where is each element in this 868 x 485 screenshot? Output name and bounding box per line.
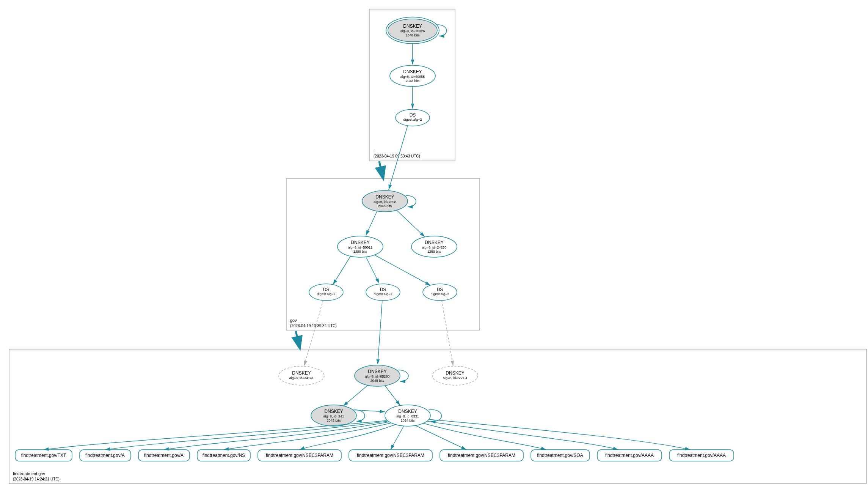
rrset-1: findtreatment.gov/A (80, 450, 131, 461)
edge (391, 426, 404, 450)
zone-ft-timestamp: (2023-04-19 14:24:21 UTC) (13, 477, 60, 481)
svg-text:alg=8, id=34141: alg=8, id=34141 (289, 376, 314, 380)
svg-text:findtreatment.gov/A: findtreatment.gov/A (144, 453, 184, 458)
edge (164, 422, 389, 450)
svg-text:DNSKEY: DNSKEY (398, 409, 417, 414)
zone-root-timestamp: (2023-04-19 09:50:43 UTC) (374, 154, 420, 158)
svg-text:alg=8, id=7698: alg=8, id=7698 (374, 200, 396, 204)
svg-text:DNSKEY: DNSKEY (368, 369, 386, 374)
edge (378, 301, 382, 364)
svg-text:DS: DS (437, 287, 443, 292)
svg-text:findtreatment.gov/NSEC3PARAM: findtreatment.gov/NSEC3PARAM (266, 453, 333, 458)
node-gov-ds2: DS digest alg=2 (366, 284, 400, 301)
svg-text:alg=8, id=241: alg=8, id=241 (323, 414, 344, 418)
rrset-2: findtreatment.gov/A (138, 450, 190, 461)
svg-point-33 (279, 366, 324, 385)
svg-text:1280 bits: 1280 bits (353, 250, 367, 254)
svg-text:alg=8, id=55804: alg=8, id=55804 (443, 376, 468, 380)
svg-text:DNSKEY: DNSKEY (446, 370, 464, 376)
edge (396, 210, 425, 237)
node-gov-ds3: DS digest alg=2 (423, 284, 457, 301)
svg-text:digest alg=2: digest alg=2 (317, 292, 336, 296)
dnssec-graph: . (2023-04-19 09:50:43 UTC) DNSKEY alg=8… (4, 4, 868, 485)
edge (366, 211, 377, 235)
svg-text:alg=8, id=24250: alg=8, id=24250 (422, 246, 447, 249)
zone-gov-name: gov (290, 318, 297, 323)
svg-text:DNSKEY: DNSKEY (403, 24, 422, 29)
svg-text:digest alg=2: digest alg=2 (403, 118, 422, 121)
node-gov-zsk1: DNSKEY alg=8, id=50011 1280 bits (337, 236, 383, 257)
svg-text:2048 bits: 2048 bits (406, 79, 420, 83)
svg-point-40 (432, 366, 478, 385)
rrset-8: findtreatment.gov/AAAA (597, 450, 662, 461)
rrset-3: findtreatment.gov/NS (197, 450, 250, 461)
svg-text:1280 bits: 1280 bits (427, 250, 441, 254)
svg-text:findtreatment.gov/NS: findtreatment.gov/NS (202, 453, 245, 458)
zone-root-name: . (374, 148, 375, 153)
rrset-6: findtreatment.gov/NSEC3PARAM (440, 450, 523, 461)
svg-text:alg=8, id=60955: alg=8, id=60955 (400, 75, 425, 79)
edge (343, 385, 368, 406)
svg-text:DNSKEY: DNSKEY (292, 370, 311, 376)
node-ft-ksk: DNSKEY alg=8, id=65260 2048 bits (355, 365, 400, 386)
rrset-5: findtreatment.gov/NSEC3PARAM (349, 450, 432, 461)
edge (333, 256, 351, 285)
svg-text:findtreatment.gov/AAAA: findtreatment.gov/AAAA (677, 453, 726, 458)
node-gov-zsk2: DNSKEY alg=8, id=24250 1280 bits (411, 236, 457, 257)
edge (224, 423, 391, 450)
svg-text:DNSKEY: DNSKEY (324, 409, 343, 414)
node-ft-dash1: DNSKEY alg=8, id=34141 (279, 366, 324, 385)
node-gov-ksk: DNSKEY alg=8, id=7698 2048 bits (362, 191, 408, 212)
svg-text:2048 bits: 2048 bits (370, 379, 385, 383)
rrset-0: findtreatment.gov/TXT (15, 450, 72, 461)
svg-text:findtreatment.gov/TXT: findtreatment.gov/TXT (21, 453, 66, 458)
zone-gov-timestamp: (2023-04-19 13:39:34 UTC) (290, 324, 337, 328)
svg-text:alg=8, id=50011: alg=8, id=50011 (348, 246, 373, 249)
svg-text:alg=8, id=8331: alg=8, id=8331 (396, 414, 419, 418)
svg-text:DNSKEY: DNSKEY (375, 194, 394, 200)
svg-text:2048 bits: 2048 bits (378, 204, 392, 208)
edge (105, 421, 388, 450)
svg-text:findtreatment.gov/NSEC3PARAM: findtreatment.gov/NSEC3PARAM (357, 453, 424, 458)
svg-text:digest alg=2: digest alg=2 (374, 292, 392, 296)
delegation-arrow (379, 161, 383, 178)
svg-text:1024 bits: 1024 bits (401, 419, 415, 422)
svg-text:alg=8, id=20326: alg=8, id=20326 (400, 29, 425, 33)
svg-text:DS: DS (323, 287, 330, 292)
svg-text:2048 bits: 2048 bits (406, 33, 420, 37)
svg-text:DS: DS (410, 112, 416, 118)
svg-text:findtreatment.gov/AAAA: findtreatment.gov/AAAA (605, 453, 654, 458)
edge-dashed (442, 301, 453, 366)
node-ft-dash2: DNSKEY alg=8, id=55804 (432, 366, 478, 385)
edge (429, 419, 690, 450)
zone-ft-name: findtreatment.gov (13, 471, 45, 476)
edge (366, 257, 379, 283)
node-ft-zsk: DNSKEY alg=8, id=8331 1024 bits (385, 405, 430, 426)
rrset-9: findtreatment.gov/AAAA (669, 450, 734, 461)
delegation-arrow (296, 331, 300, 347)
node-root-ksk: DNSKEY alg=8, id=20326 2048 bits (386, 17, 439, 44)
svg-text:findtreatment.gov/A: findtreatment.gov/A (85, 453, 125, 458)
edge (300, 424, 396, 450)
node-root-zsk: DNSKEY alg=8, id=60955 2048 bits (390, 65, 435, 87)
svg-text:DS: DS (380, 287, 386, 292)
self-loop (437, 25, 447, 36)
svg-text:DNSKEY: DNSKEY (351, 240, 369, 245)
node-ft-key2: DNSKEY alg=8, id=241 2048 bits (311, 405, 356, 426)
node-gov-ds1: DS digest alg=2 (309, 284, 343, 301)
edge-dashed (304, 301, 323, 366)
edge (375, 255, 430, 285)
rrset-4: findtreatment.gov/NSEC3PARAM (258, 450, 341, 461)
edge (415, 425, 466, 450)
svg-text:DNSKEY: DNSKEY (425, 240, 443, 245)
edge (427, 421, 618, 450)
rrset-7: findtreatment.gov/SOA (531, 450, 590, 461)
svg-text:digest alg=2: digest alg=2 (431, 292, 449, 296)
svg-text:findtreatment.gov/SOA: findtreatment.gov/SOA (537, 453, 583, 458)
edge (423, 423, 546, 450)
edge (353, 410, 385, 412)
svg-text:alg=8, id=65260: alg=8, id=65260 (365, 375, 390, 378)
svg-text:DNSKEY: DNSKEY (403, 69, 422, 74)
svg-text:findtreatment.gov/NSEC3PARAM: findtreatment.gov/NSEC3PARAM (448, 453, 515, 458)
node-root-ds: DS digest alg=2 (396, 109, 430, 126)
